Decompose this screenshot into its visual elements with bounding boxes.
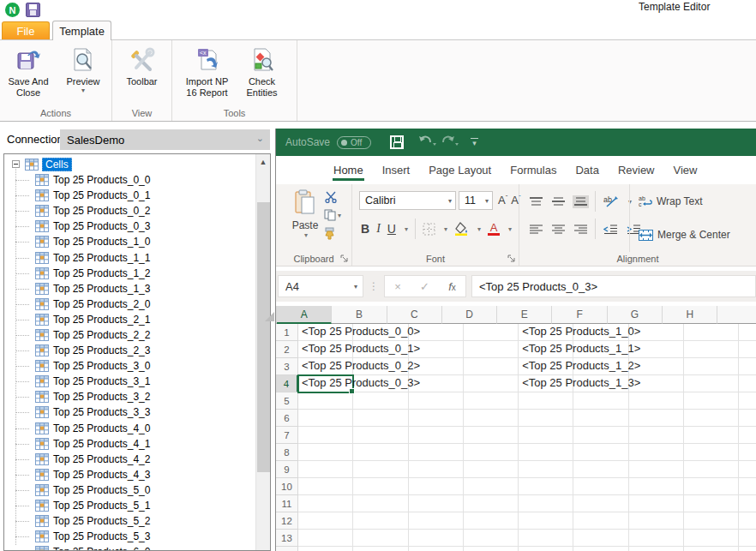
wrap-text-button[interactable]: ab c Wrap Text (639, 195, 730, 207)
cell-G8[interactable] (629, 444, 684, 461)
excel-tab-view[interactable]: View (664, 156, 707, 184)
cell-A4[interactable]: <Top 25 Products_0_3> (298, 375, 353, 392)
cell-E12[interactable] (519, 512, 573, 530)
cell-D4[interactable] (464, 375, 519, 392)
row-header-1[interactable]: 1 (276, 324, 298, 341)
cell-C9[interactable] (409, 461, 464, 478)
cell-G[interactable] (629, 547, 684, 551)
cell-C11[interactable] (409, 495, 464, 512)
confirm-entry-icon[interactable]: ✓ (420, 280, 429, 293)
name-box[interactable]: A4 ▾ (278, 275, 363, 297)
scrollbar-thumb[interactable] (257, 202, 270, 472)
cell-H9[interactable] (684, 461, 739, 478)
cell-partial[interactable] (739, 341, 756, 358)
cell-B6[interactable] (353, 410, 408, 427)
cell-E8[interactable] (519, 444, 573, 461)
cell-F10[interactable] (573, 478, 628, 495)
align-bottom-button[interactable] (573, 195, 589, 208)
connection-dropdown[interactable]: SalesDemo ⌄ (60, 129, 270, 150)
scroll-up-icon[interactable]: ▲ (256, 154, 270, 169)
cell-partial[interactable] (739, 461, 756, 478)
row-header-4[interactable]: 4 (276, 375, 298, 392)
tree-item-top-25-products-6-0[interactable]: Top 25 Products_6_0 (4, 544, 255, 550)
cell-C5[interactable] (409, 392, 464, 410)
cell-H5[interactable] (684, 392, 739, 410)
cell-B10[interactable] (353, 478, 408, 495)
tree-item-top-25-products-1-1[interactable]: Top 25 Products_1_1 (4, 249, 255, 265)
cell-H[interactable] (684, 547, 739, 551)
cell-A3[interactable]: <Top 25 Products_0_2> (298, 358, 353, 375)
cell-F13[interactable] (573, 530, 628, 547)
tree-item-top-25-products-3-1[interactable]: Top 25 Products_3_1 (4, 374, 255, 389)
collapse-icon[interactable] (12, 160, 20, 168)
tree-root-label[interactable]: Cells (42, 158, 72, 171)
tree-item-top-25-products-1-0[interactable]: Top 25 Products_1_0 (4, 234, 255, 249)
tree-item-top-25-products-0-3[interactable]: Top 25 Products_0_3 (4, 219, 255, 234)
paste-dropdown-caret[interactable]: ▾ (288, 231, 324, 239)
align-center-button[interactable] (550, 223, 567, 236)
cell-A11[interactable] (298, 495, 353, 512)
cell-D6[interactable] (464, 410, 519, 427)
cell-partial[interactable] (739, 444, 756, 461)
cell-E6[interactable] (519, 410, 573, 427)
cell-D12[interactable] (464, 512, 519, 530)
cell-G13[interactable] (629, 530, 684, 547)
cell-H10[interactable] (684, 478, 739, 495)
paste-button[interactable]: Paste ▾ (286, 189, 324, 239)
redo-icon[interactable] (440, 135, 459, 149)
save-and-close-button[interactable]: Save And Close (3, 44, 54, 108)
cut-icon[interactable] (324, 191, 338, 203)
cell-G9[interactable] (629, 461, 684, 478)
align-left-button[interactable] (528, 223, 544, 236)
cell-E11[interactable] (519, 495, 573, 512)
cell-A13[interactable] (298, 530, 353, 547)
cell-D11[interactable] (464, 495, 519, 512)
cell-E3[interactable]: <Top 25 Products_1_2> (519, 358, 573, 375)
cell-partial[interactable] (739, 375, 756, 392)
align-top-button[interactable] (528, 195, 544, 208)
excel-tab-home[interactable]: Home (324, 156, 373, 184)
bold-button[interactable]: B (361, 222, 369, 236)
cell-E7[interactable] (519, 427, 573, 444)
tree-item-top-25-products-0-0[interactable]: Top 25 Products_0_0 (4, 172, 255, 188)
cell-partial[interactable] (739, 530, 756, 547)
column-header-e[interactable]: E (497, 306, 552, 324)
formula-bar-splitter[interactable]: ⋮ (369, 280, 379, 292)
copy-icon[interactable] (324, 209, 336, 221)
row-header-7[interactable]: 7 (276, 427, 298, 444)
undo-icon[interactable] (417, 135, 436, 149)
excel-tab-page-layout[interactable]: Page Layout (419, 156, 501, 184)
cell-G7[interactable] (629, 427, 684, 444)
cell-G6[interactable] (629, 410, 684, 427)
cell-F[interactable] (573, 547, 628, 551)
cell-A5[interactable] (298, 392, 353, 410)
cell-B13[interactable] (353, 530, 408, 547)
cell-B7[interactable] (353, 427, 408, 444)
italic-button[interactable]: I (376, 222, 381, 236)
cell-F8[interactable] (573, 444, 628, 461)
cell-D3[interactable] (464, 358, 519, 375)
row-header-3[interactable]: 3 (276, 358, 298, 375)
column-header-b[interactable]: B (332, 306, 387, 324)
formula-input[interactable]: <Top 25 Products_0_3> (471, 275, 756, 297)
toolbar-button[interactable]: Toolbar (117, 44, 168, 108)
cell-D13[interactable] (464, 530, 519, 547)
tree-item-top-25-products-4-2[interactable]: Top 25 Products_4_2 (4, 452, 255, 467)
cell-partial[interactable] (739, 495, 756, 512)
tree-item-top-25-products-3-3[interactable]: Top 25 Products_3_3 (4, 404, 255, 420)
excel-tab-formulas[interactable]: Formulas (501, 156, 566, 184)
tree-item-top-25-products-1-2[interactable]: Top 25 Products_1_2 (4, 266, 255, 281)
format-painter-icon[interactable] (324, 227, 337, 240)
cell-partial[interactable] (739, 358, 756, 375)
cell-H1[interactable] (684, 324, 739, 341)
cell-D9[interactable] (464, 461, 519, 478)
cell-partial[interactable] (739, 478, 756, 495)
borders-button[interactable] (423, 223, 435, 236)
excel-tab-review[interactable]: Review (609, 156, 664, 184)
cell-C7[interactable] (409, 427, 464, 444)
tree-item-top-25-products-4-1[interactable]: Top 25 Products_4_1 (4, 436, 255, 452)
tree-item-top-25-products-3-2[interactable]: Top 25 Products_3_2 (4, 389, 255, 404)
copy-dropdown-caret[interactable]: ▾ (338, 212, 341, 219)
column-header-a[interactable]: A (277, 306, 332, 324)
cancel-entry-icon[interactable]: × (394, 280, 401, 293)
